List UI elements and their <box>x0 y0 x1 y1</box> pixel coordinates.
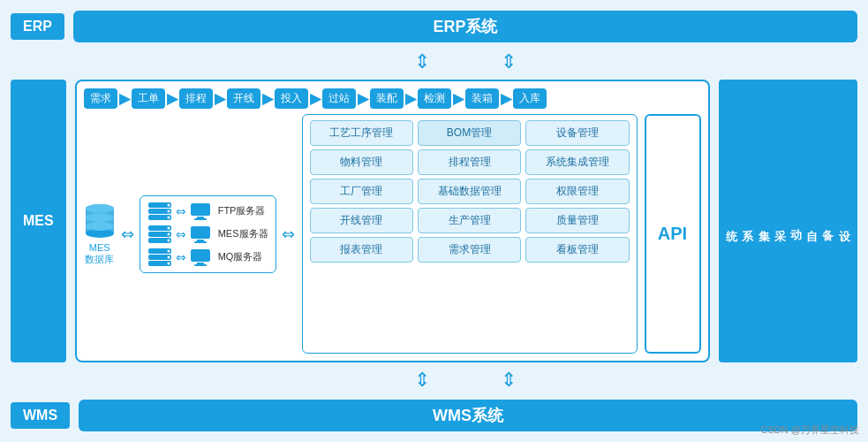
svg-point-3 <box>86 204 114 213</box>
watermark: CSDN @万界星空科技 <box>761 423 859 437</box>
module-排程管理[interactable]: 排程管理 <box>418 149 521 175</box>
arrow-right-bottom: ⇕ <box>501 369 517 392</box>
mes-middle: MES数据库 ⇔ <box>84 114 701 354</box>
mes-server-icon <box>147 225 172 244</box>
wms-system-bar: WMS系统 <box>79 400 857 431</box>
flow-arrow-2: ▶ <box>167 90 177 107</box>
module-看板管理[interactable]: 看板管理 <box>525 237 629 263</box>
mes-wms-arrow-row: ⇕ ⇕ <box>11 368 857 392</box>
flow-arrow-7: ▶ <box>405 90 416 107</box>
db-label: MES数据库 <box>85 242 114 266</box>
process-flow: 需求 ▶ 工单 ▶ 排程 ▶ 开线 ▶ 投入 ▶ 过站 ▶ 装配 ▶ 检测 ▶ … <box>84 88 701 109</box>
svg-rect-21 <box>191 226 210 239</box>
svg-rect-12 <box>191 203 210 216</box>
module-设备管理[interactable]: 设备管理 <box>525 120 629 146</box>
flow-排程: 排程 <box>179 88 213 109</box>
api-box: API <box>645 114 701 354</box>
svg-point-5 <box>86 222 114 231</box>
module-BOM管理[interactable]: BOM管理 <box>418 120 521 146</box>
mes-left: MES数据库 ⇔ <box>84 114 295 354</box>
svg-point-29 <box>167 262 170 264</box>
flow-arrow-5: ▶ <box>310 90 321 107</box>
erp-row: ERP ERP系统 <box>11 9 857 44</box>
svg-point-10 <box>167 210 170 212</box>
module-生产管理[interactable]: 生产管理 <box>418 208 521 233</box>
erp-mes-arrow-row: ⇕ ⇕ <box>11 50 857 74</box>
flow-arrow-8: ▶ <box>453 90 464 107</box>
flow-过站: 过站 <box>322 88 356 109</box>
svg-rect-22 <box>197 240 204 241</box>
module-row-2: 物料管理 排程管理 系统集成管理 <box>310 149 630 175</box>
svg-point-18 <box>167 226 170 229</box>
mes-monitor-icon <box>190 225 211 243</box>
server-row-mq: ⇔ MQ服务器 <box>147 248 268 267</box>
flow-装配: 装配 <box>370 88 404 109</box>
mes-wms-arrows: ⇕ ⇕ <box>72 369 857 392</box>
flow-arrow-6: ▶ <box>358 90 368 107</box>
module-物料管理[interactable]: 物料管理 <box>310 149 413 175</box>
mq-label: MQ服务器 <box>218 250 263 263</box>
mes-modules: 工艺工序管理 BOM管理 设备管理 物料管理 排程管理 系统集成管理 工厂管 <box>302 114 638 354</box>
wms-label: WMS <box>11 402 70 429</box>
module-权限管理[interactable]: 权限管理 <box>525 179 629 204</box>
ftp-arrow: ⇔ <box>176 204 186 218</box>
svg-point-20 <box>167 239 170 241</box>
svg-rect-13 <box>197 217 204 218</box>
arrow-left-top: ⇕ <box>414 50 430 73</box>
mes-row: MES 需求 ▶ 工单 ▶ 排程 ▶ 开线 ▶ 投入 ▶ 过站 ▶ 装配 ▶ 检… <box>11 80 857 362</box>
main-container: ERP ERP系统 ⇕ ⇕ MES 需求 ▶ 工单 ▶ 排程 ▶ 开线 ▶ 投入… <box>0 0 868 442</box>
module-工艺工序管理[interactable]: 工艺工序管理 <box>310 120 413 146</box>
server-module-arrows: ⇔ <box>282 225 295 244</box>
mes-label: MES <box>11 80 66 362</box>
module-质量管理[interactable]: 质量管理 <box>525 208 629 233</box>
server-row-mes: ⇔ MES服务器 <box>147 225 268 244</box>
svg-rect-14 <box>194 218 207 220</box>
flow-arrow-4: ▶ <box>262 90 273 107</box>
mes-arrow: ⇔ <box>176 227 186 241</box>
svg-point-27 <box>167 249 170 252</box>
module-需求管理[interactable]: 需求管理 <box>418 237 521 263</box>
equip-system-label: 设 备 自 动 采 集 系 统 <box>719 80 858 362</box>
mes-content: 需求 ▶ 工单 ▶ 排程 ▶ 开线 ▶ 投入 ▶ 过站 ▶ 装配 ▶ 检测 ▶ … <box>75 80 710 362</box>
db-section: MES数据库 <box>84 202 116 266</box>
api-label: API <box>658 224 687 244</box>
module-工厂管理[interactable]: 工厂管理 <box>310 179 413 204</box>
flow-投入: 投入 <box>275 88 308 109</box>
server-row-ftp: ⇔ FTP服务器 <box>147 202 268 221</box>
svg-point-4 <box>86 213 114 222</box>
mq-arrow: ⇔ <box>176 250 186 264</box>
mes-server-label: MES服务器 <box>218 227 268 240</box>
module-开线管理[interactable]: 开线管理 <box>310 208 413 233</box>
flow-需求: 需求 <box>84 88 117 109</box>
erp-system-bar: ERP系统 <box>73 11 857 42</box>
svg-rect-32 <box>194 264 207 266</box>
flow-arrow-9: ▶ <box>501 90 511 107</box>
arrow-left-bottom: ⇕ <box>414 369 430 392</box>
flow-开线: 开线 <box>227 88 260 109</box>
flow-工单: 工单 <box>132 88 165 109</box>
erp-label: ERP <box>11 13 64 40</box>
servers-section: ⇔ FTP服务器 <box>140 195 276 273</box>
erp-mes-arrows: ⇕ ⇕ <box>72 50 857 73</box>
flow-检测: 检测 <box>418 88 451 109</box>
flow-arrow-1: ▶ <box>119 90 130 107</box>
db-icon <box>84 202 116 240</box>
svg-rect-30 <box>191 249 210 262</box>
arrow-right-top: ⇕ <box>501 50 517 73</box>
ftp-server-icon <box>147 202 172 221</box>
svg-point-11 <box>167 216 170 218</box>
module-基础数据管理[interactable]: 基础数据管理 <box>418 179 521 204</box>
ftp-label: FTP服务器 <box>218 204 266 217</box>
db-server-arrows: ⇔ <box>121 225 134 244</box>
module-报表管理[interactable]: 报表管理 <box>310 237 413 263</box>
svg-rect-23 <box>194 241 207 243</box>
module-系统集成管理[interactable]: 系统集成管理 <box>525 149 629 175</box>
module-row-4: 开线管理 生产管理 质量管理 <box>310 208 630 233</box>
wms-row: WMS WMS系统 <box>11 398 857 433</box>
flow-装箱: 装箱 <box>465 88 499 109</box>
flow-arrow-3: ▶ <box>215 90 225 107</box>
mq-monitor-icon <box>190 248 211 266</box>
svg-point-28 <box>167 255 170 258</box>
svg-point-9 <box>167 203 170 206</box>
flow-入库: 入库 <box>513 88 547 109</box>
